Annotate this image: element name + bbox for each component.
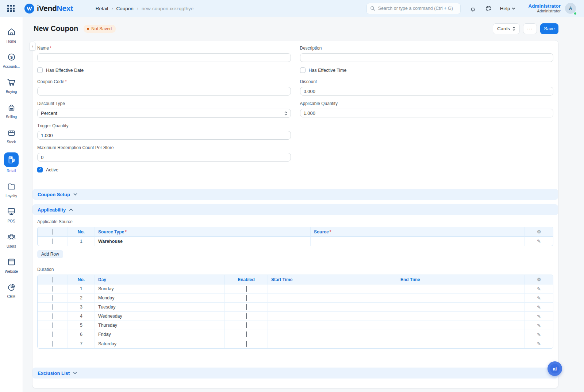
edit-row-pencil-icon[interactable]: ✎ bbox=[525, 321, 553, 330]
source-type-cell[interactable]: Warehouse bbox=[95, 237, 311, 246]
table-settings-gear-icon[interactable]: ⚙ bbox=[525, 275, 553, 284]
cards-view-button[interactable]: Cards bbox=[493, 23, 520, 34]
select-all-checkbox[interactable] bbox=[52, 277, 53, 283]
global-search bbox=[366, 3, 461, 14]
sidebar-item-website[interactable]: Website bbox=[0, 257, 23, 273]
checkbox-unchecked[interactable] bbox=[300, 67, 306, 73]
row-checkbox[interactable] bbox=[52, 238, 53, 244]
row-checkbox[interactable] bbox=[52, 304, 53, 310]
end-time-cell[interactable] bbox=[397, 321, 525, 330]
applicable-quantity-input[interactable] bbox=[300, 109, 554, 117]
section-applicability[interactable]: Applicability bbox=[32, 204, 558, 215]
enabled-checkbox[interactable] bbox=[246, 341, 247, 347]
table-row: 4 Wednesday ✎ bbox=[38, 312, 553, 321]
search-icon bbox=[370, 5, 376, 11]
breadcrumb-retail[interactable]: Retail bbox=[96, 6, 108, 11]
enabled-checkbox[interactable] bbox=[246, 304, 247, 310]
max-redemption-input[interactable] bbox=[37, 153, 291, 162]
coupon-code-input[interactable] bbox=[37, 87, 291, 96]
start-time-cell[interactable] bbox=[268, 339, 397, 348]
end-time-cell[interactable] bbox=[397, 339, 525, 348]
help-menu[interactable]: Help bbox=[500, 6, 516, 11]
start-time-cell[interactable] bbox=[268, 330, 397, 339]
day-cell[interactable]: Tuesday bbox=[95, 303, 225, 312]
sidebar-item-stock[interactable]: Stock bbox=[0, 127, 23, 144]
user-menu[interactable]: Administrator Administrator bbox=[528, 3, 561, 13]
sidebar-item-users[interactable]: Users bbox=[0, 232, 23, 248]
search-input[interactable] bbox=[366, 3, 461, 14]
edit-row-pencil-icon[interactable]: ✎ bbox=[525, 330, 553, 339]
sidebar-item-pos[interactable]: POS bbox=[0, 206, 23, 223]
row-checkbox[interactable] bbox=[52, 286, 53, 292]
ivendnext-logo[interactable]: iVendNext bbox=[24, 4, 73, 13]
section-exclusion-list[interactable]: Exclusion List bbox=[32, 368, 558, 379]
end-time-cell[interactable] bbox=[397, 294, 525, 303]
edit-row-pencil-icon[interactable]: ✎ bbox=[525, 303, 553, 312]
end-time-cell[interactable] bbox=[397, 284, 525, 294]
discount-input[interactable] bbox=[300, 87, 554, 96]
edit-row-pencil-icon[interactable]: ✎ bbox=[525, 237, 553, 246]
day-cell[interactable]: Thursday bbox=[95, 321, 225, 330]
name-input[interactable] bbox=[37, 53, 291, 62]
sidebar-expand-toggle[interactable]: › bbox=[29, 42, 36, 51]
ai-assistant-button[interactable]: ai bbox=[548, 361, 562, 376]
edit-row-pencil-icon[interactable]: ✎ bbox=[525, 339, 553, 348]
day-cell[interactable]: Monday bbox=[95, 294, 225, 303]
day-cell[interactable]: Friday bbox=[95, 330, 225, 339]
start-time-cell[interactable] bbox=[268, 312, 397, 321]
end-time-cell[interactable] bbox=[397, 303, 525, 312]
source-cell[interactable] bbox=[311, 237, 525, 246]
sidebar-item-loyalty[interactable]: Loyalty bbox=[0, 181, 23, 198]
trigger-quantity-input[interactable] bbox=[37, 131, 291, 140]
active-checkbox[interactable]: Active bbox=[37, 167, 291, 172]
checkbox-checked[interactable] bbox=[37, 167, 43, 172]
checkbox-unchecked[interactable] bbox=[37, 67, 43, 73]
enabled-checkbox[interactable] bbox=[246, 313, 247, 319]
enabled-checkbox[interactable] bbox=[246, 331, 247, 337]
sidebar-item-accounting[interactable]: $ Accounti... bbox=[0, 52, 23, 69]
sidebar-item-retail[interactable]: Retail bbox=[0, 152, 23, 173]
end-time-cell[interactable] bbox=[397, 330, 525, 339]
end-time-cell[interactable] bbox=[397, 312, 525, 321]
edit-row-pencil-icon[interactable]: ✎ bbox=[525, 284, 553, 294]
enabled-checkbox[interactable] bbox=[246, 286, 247, 292]
enabled-checkbox[interactable] bbox=[246, 295, 247, 301]
sidebar-item-home[interactable]: Home bbox=[0, 27, 23, 43]
row-checkbox[interactable] bbox=[52, 331, 53, 337]
notifications-bell-icon[interactable] bbox=[469, 5, 476, 12]
start-time-cell[interactable] bbox=[268, 284, 397, 294]
row-checkbox[interactable] bbox=[52, 313, 53, 319]
user-avatar[interactable]: A bbox=[565, 3, 576, 14]
apps-grid-icon[interactable] bbox=[7, 5, 15, 12]
has-effective-time-checkbox[interactable]: Has Effective Time bbox=[300, 67, 554, 73]
day-cell[interactable]: Wednesday bbox=[95, 312, 225, 321]
has-effective-date-checkbox[interactable]: Has Effective Date bbox=[37, 67, 291, 73]
section-coupon-setup[interactable]: Coupon Setup bbox=[32, 189, 558, 200]
start-time-cell[interactable] bbox=[268, 303, 397, 312]
start-time-cell[interactable] bbox=[268, 321, 397, 330]
description-input[interactable] bbox=[300, 53, 554, 62]
edit-row-pencil-icon[interactable]: ✎ bbox=[525, 294, 553, 303]
theme-palette-icon[interactable] bbox=[485, 5, 492, 12]
edit-row-pencil-icon[interactable]: ✎ bbox=[525, 312, 553, 321]
day-cell[interactable]: Saturday bbox=[95, 339, 225, 348]
sidebar-item-crm[interactable]: CRM bbox=[0, 282, 23, 299]
enabled-checkbox[interactable] bbox=[246, 322, 247, 328]
start-time-cell[interactable] bbox=[268, 294, 397, 303]
discount-type-select[interactable]: Percent bbox=[37, 109, 291, 118]
add-row-button[interactable]: Add Row bbox=[37, 250, 63, 258]
more-options-button[interactable]: ··· bbox=[523, 23, 537, 34]
day-cell[interactable]: Sunday bbox=[95, 284, 225, 294]
table-settings-gear-icon[interactable]: ⚙ bbox=[525, 227, 553, 237]
select-all-checkbox[interactable] bbox=[52, 229, 53, 235]
sidebar-item-buying[interactable]: Buying bbox=[0, 77, 23, 94]
row-checkbox[interactable] bbox=[52, 295, 53, 301]
save-button[interactable]: Save bbox=[540, 23, 558, 34]
sidebar-item-selling[interactable]: Selling bbox=[0, 102, 23, 119]
duration-label: Duration bbox=[37, 267, 553, 272]
row-checkbox[interactable] bbox=[52, 341, 53, 347]
monitor-icon bbox=[7, 206, 16, 217]
row-checkbox[interactable] bbox=[52, 322, 53, 328]
row-number: 2 bbox=[68, 294, 95, 303]
breadcrumb-coupon[interactable]: Coupon bbox=[116, 6, 133, 11]
